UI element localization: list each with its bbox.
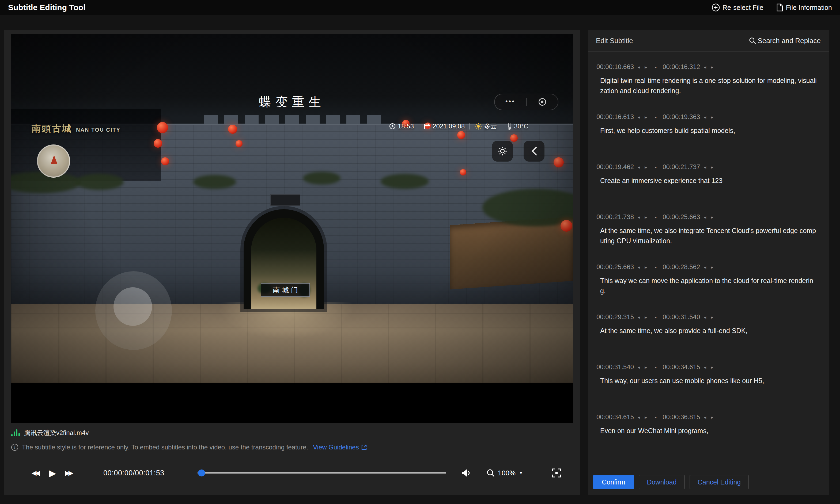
subtitle-text[interactable]: Digital twin real-time rendering is a on…	[596, 75, 818, 96]
subtitle-text[interactable]: This way, our users can use mobile phone…	[596, 376, 818, 386]
time-separator: -	[652, 113, 659, 121]
subtitle-text[interactable]: Even on our WeChat Mini programs,	[596, 426, 818, 436]
entry-times: 00:00:21.738 ◂ ▸ - 00:00:25.663 ◂ ▸	[596, 213, 820, 221]
thermometer-icon	[507, 123, 512, 130]
nudge-end-arrows[interactable]: ◂ ▸	[704, 264, 715, 270]
end-time[interactable]: 00:00:28.562	[663, 263, 700, 271]
back-button-overlay	[524, 141, 544, 162]
nudge-start-arrows[interactable]: ◂ ▸	[637, 214, 649, 220]
greenery	[381, 174, 429, 189]
file-information-button[interactable]: File Information	[776, 3, 832, 12]
nudge-end-arrows[interactable]: ◂ ▸	[704, 414, 715, 420]
time-separator: -	[652, 213, 659, 221]
sun-icon	[475, 123, 482, 130]
volume-button[interactable]	[461, 468, 472, 478]
lantern	[510, 134, 518, 142]
nudge-start-arrows[interactable]: ◂ ▸	[637, 64, 649, 70]
progress-bar[interactable]	[197, 469, 446, 477]
end-time[interactable]: 00:00:21.737	[663, 163, 700, 171]
nudge-start-arrows[interactable]: ◂ ▸	[637, 414, 649, 420]
subtitle-list: 00:00:10.663 ◂ ▸ - 00:00:16.312 ◂ ▸ Digi…	[588, 52, 829, 469]
entry-times: 00:00:34.615 ◂ ▸ - 00:00:36.815 ◂ ▸	[596, 413, 820, 421]
chevron-down-icon: ▼	[519, 471, 523, 475]
plus-circle-icon	[712, 3, 720, 12]
view-guidelines-link[interactable]: View Guidelines	[313, 444, 367, 451]
time-separator: -	[652, 413, 659, 421]
end-time[interactable]: 00:00:31.540	[663, 313, 700, 321]
nudge-end-arrows[interactable]: ◂ ▸	[704, 114, 715, 120]
cancel-editing-button[interactable]: Cancel Editing	[689, 475, 749, 489]
end-time[interactable]: 00:00:19.363	[663, 113, 700, 121]
end-time[interactable]: 00:00:34.615	[663, 363, 700, 371]
progress-track[interactable]	[197, 472, 446, 473]
nudge-end-arrows[interactable]: ◂ ▸	[704, 164, 715, 170]
subtitle-entry: 00:00:29.315 ◂ ▸ - 00:00:31.540 ◂ ▸ At t…	[596, 313, 820, 363]
audio-levels-icon	[11, 429, 20, 436]
fullscreen-icon	[552, 468, 561, 478]
play-button[interactable]: ▶	[49, 468, 56, 478]
start-time[interactable]: 00:00:34.615	[596, 413, 634, 421]
scene-hud: 18:53 2021.09.08 多云 30°C	[389, 122, 528, 130]
nudge-start-arrows[interactable]: ◂ ▸	[637, 364, 649, 370]
start-time[interactable]: 00:00:31.540	[596, 363, 634, 371]
subtitle-panel: Edit Subtitle Search and Replace 00:00:1…	[588, 30, 829, 495]
end-time[interactable]: 00:00:16.312	[663, 63, 700, 71]
nudge-end-arrows[interactable]: ◂ ▸	[704, 64, 715, 70]
subtitle-text[interactable]: Create an immersive experience that 123	[596, 176, 818, 186]
video-panel: 南城门 南頭古城 NAN TOU CITY 蝶变重生 •••	[4, 30, 580, 495]
lantern	[228, 125, 237, 134]
right-building	[450, 217, 573, 289]
greenery	[75, 174, 124, 190]
subtitle-text[interactable]: At the same time, we also provide a full…	[596, 326, 818, 336]
nudge-start-arrows[interactable]: ◂ ▸	[637, 114, 649, 120]
lantern	[157, 122, 168, 133]
lantern	[457, 131, 465, 139]
end-time[interactable]: 00:00:36.815	[663, 413, 700, 421]
search-and-replace-button[interactable]: Search and Replace	[749, 37, 821, 45]
start-time[interactable]: 00:00:21.738	[596, 213, 634, 221]
confirm-button[interactable]: Confirm	[593, 475, 634, 489]
hud-weather: 多云	[475, 122, 497, 130]
greenery	[303, 172, 340, 185]
reselect-file-label: Re-select File	[722, 4, 764, 12]
reselect-file-button[interactable]: Re-select File	[712, 3, 764, 12]
subtitle-panel-title: Edit Subtitle	[596, 37, 633, 45]
progress-knob[interactable]	[198, 469, 205, 476]
start-time[interactable]: 00:00:16.613	[596, 113, 634, 121]
zoom-control[interactable]: 100% ▼	[487, 469, 523, 477]
nudge-end-arrows[interactable]: ◂ ▸	[704, 214, 715, 220]
download-button[interactable]: Download	[639, 475, 685, 489]
start-time[interactable]: 00:00:10.663	[596, 63, 634, 71]
nudge-start-arrows[interactable]: ◂ ▸	[637, 264, 649, 270]
entry-times: 00:00:31.540 ◂ ▸ - 00:00:34.615 ◂ ▸	[596, 363, 820, 371]
subtitle-text[interactable]: At the same time, we also integrate Tenc…	[596, 226, 818, 246]
time-display: 00:00:00/00:01:53	[103, 469, 164, 477]
brightness-button-overlay	[492, 141, 513, 162]
nudge-end-arrows[interactable]: ◂ ▸	[704, 364, 715, 370]
nudge-end-arrows[interactable]: ◂ ▸	[704, 314, 715, 320]
nudge-start-arrows[interactable]: ◂ ▸	[637, 164, 649, 170]
end-time[interactable]: 00:00:25.663	[663, 213, 700, 221]
fast-forward-button[interactable]: ▶▶	[65, 469, 73, 477]
entry-times: 00:00:10.663 ◂ ▸ - 00:00:16.312 ◂ ▸	[596, 63, 820, 71]
time-separator: -	[652, 163, 659, 171]
rewind-button[interactable]: ◀◀	[32, 469, 40, 477]
lantern	[154, 139, 162, 148]
video-scene: 南城门 南頭古城 NAN TOU CITY 蝶变重生 •••	[11, 34, 573, 383]
fullscreen-button[interactable]	[552, 468, 561, 478]
entry-times: 00:00:19.462 ◂ ▸ - 00:00:21.737 ◂ ▸	[596, 163, 820, 171]
subtitle-text[interactable]: This way we can move the application to …	[596, 275, 818, 296]
subtitle-entry: 00:00:21.738 ◂ ▸ - 00:00:25.663 ◂ ▸ At t…	[596, 213, 820, 263]
start-time[interactable]: 00:00:29.315	[596, 313, 634, 321]
miniprogram-capsule: •••	[494, 94, 558, 110]
video-filename: 腾讯云渲染v2final.m4v	[24, 429, 89, 437]
external-link-icon	[361, 444, 367, 450]
info-icon: i	[11, 444, 18, 451]
subtitle-text[interactable]: First, we help customers build spatial m…	[596, 125, 818, 136]
video-frame[interactable]: 南城门 南頭古城 NAN TOU CITY 蝶变重生 •••	[11, 34, 573, 423]
start-time[interactable]: 00:00:25.663	[596, 263, 634, 271]
nudge-start-arrows[interactable]: ◂ ▸	[637, 314, 649, 320]
minimap-compass	[37, 144, 70, 178]
start-time[interactable]: 00:00:19.462	[596, 163, 634, 171]
subtitle-entry: 00:00:34.615 ◂ ▸ - 00:00:36.815 ◂ ▸ Even…	[596, 413, 820, 463]
